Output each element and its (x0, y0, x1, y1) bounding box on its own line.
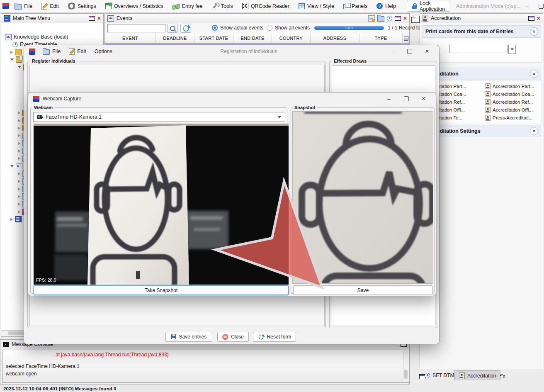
badge-icon (486, 91, 491, 97)
menu-settings[interactable]: Settings (68, 2, 96, 10)
collapsed-arrow-icon[interactable] (10, 218, 13, 221)
save-entries-button[interactable]: Save entries (165, 332, 212, 342)
history-icon[interactable] (387, 16, 392, 21)
events-search-input[interactable] (107, 24, 165, 32)
chevron-down-icon: « (531, 130, 537, 133)
accreditation-section-header[interactable]: Accreditation « (423, 68, 541, 80)
column-options-button[interactable] (403, 33, 410, 44)
tab-overflow-button[interactable]: »2 (500, 372, 505, 378)
radio-show-all[interactable]: Show all events (267, 25, 310, 31)
accreditation-type-right[interactable]: Accreditation Part... (493, 84, 534, 89)
tree-item[interactable]: Knowledge Base (local) (3, 33, 68, 41)
collapsed-arrow-icon[interactable] (18, 119, 20, 122)
accreditation-type-right[interactable]: Accreditation Offi... (493, 107, 533, 112)
collapsed-arrow-icon[interactable] (18, 127, 20, 130)
dialog-menu-options[interactable]: Options (95, 49, 112, 54)
menu-overviews-statistics[interactable]: Overviews / Statistics (105, 3, 163, 9)
webcam-maximize-button[interactable] (399, 93, 413, 104)
collapsed-arrow-icon[interactable] (18, 172, 20, 175)
accreditation-type-right[interactable]: Accreditation Ref... (493, 100, 533, 105)
accreditation-type-right[interactable]: Accreditation Coa... (493, 92, 534, 97)
collapse-accreditation-button[interactable]: « (530, 70, 538, 78)
collapsed-arrow-icon[interactable] (18, 142, 20, 145)
collapsed-arrow-icon[interactable] (18, 149, 20, 153)
webcam-dialog: Webcam Capture – × Webcam FaceTime HD-Ka… (28, 92, 436, 296)
collapsed-arrow-icon[interactable] (18, 202, 20, 206)
menu-qrcode-reader[interactable]: QRCode Reader (242, 3, 289, 9)
collapsed-arrow-icon[interactable] (18, 157, 20, 160)
column-header-deadline[interactable]: DEADLINE (156, 33, 194, 44)
column-header-start-date[interactable]: START DATE (194, 33, 233, 44)
window-maximize-button[interactable] (535, 1, 544, 11)
print-date-input[interactable] (449, 45, 508, 53)
events-close-icon[interactable]: × (403, 16, 407, 21)
column-header-type[interactable]: TYPE (359, 33, 403, 44)
camera-select[interactable]: FaceTime HD-Kamera 1 (33, 112, 285, 122)
expanded-arrow-icon[interactable] (10, 58, 14, 61)
webcam-close-button[interactable]: × (417, 93, 431, 104)
webcam-minimize-button[interactable]: – (382, 93, 396, 104)
radio-show-actual[interactable]: Show actual events (212, 25, 263, 31)
menu-help[interactable]: ?Help (376, 3, 396, 9)
print-cards-section-header[interactable]: Print cards from this date of Entries « (423, 25, 541, 38)
print-date-dropdown-button[interactable] (508, 45, 516, 54)
console-vscrollbar[interactable] (403, 351, 408, 381)
collapsed-arrow-icon[interactable] (18, 180, 20, 183)
expanded-arrow-icon[interactable] (10, 165, 14, 168)
registration-close-button[interactable]: × (420, 46, 434, 57)
column-header-end-date[interactable]: END DATE (233, 33, 272, 44)
search-button[interactable] (167, 24, 178, 33)
tab-set-dtm[interactable]: SET DTM (420, 370, 458, 380)
expanded-arrow-icon[interactable] (18, 66, 21, 68)
accreditation-type-right[interactable]: Press-Accreditati... (493, 115, 533, 120)
expand-settings-button[interactable]: « (530, 127, 538, 135)
collapsed-arrow-icon[interactable] (10, 51, 13, 54)
tab-accreditation[interactable]: Accreditation (454, 370, 500, 380)
window-minimize-button[interactable]: – (521, 1, 533, 11)
console-vscrollbar-thumb[interactable] (404, 370, 408, 379)
save-snapshot-button[interactable]: Save (293, 285, 433, 295)
tree-node-icon (5, 34, 12, 40)
console-info-line: selected FaceTime HD-Kamera 1 (6, 363, 80, 369)
console-output[interactable]: at java.base/java.lang.Thread.run(Thread… (2, 350, 409, 383)
column-header-address[interactable]: ADDRESS (311, 33, 359, 44)
column-header-event[interactable]: EVENT (105, 33, 156, 44)
collapse-section-button[interactable]: « (530, 27, 538, 36)
menu-view-style[interactable]: View / Style (299, 3, 334, 9)
accreditation-icon (423, 15, 428, 22)
menu-file[interactable]: File (15, 3, 32, 10)
edit-record-icon[interactable] (368, 15, 375, 22)
take-snapshot-button[interactable]: Take Snapshot (34, 285, 289, 295)
collapsed-arrow-icon[interactable] (18, 187, 20, 191)
collapsed-arrow-icon[interactable] (18, 111, 20, 114)
registration-minimize-button[interactable]: – (385, 46, 399, 57)
camera-select-value: FaceTime HD-Kamera 1 (46, 114, 102, 120)
menu-entry-fee[interactable]: Entry fee (172, 3, 203, 9)
tree-maximize-icon[interactable] (89, 16, 95, 21)
menu-tools[interactable]: Tools (212, 3, 233, 9)
open-folder-icon[interactable] (377, 16, 384, 22)
save-snapshot-label: Save (357, 287, 369, 293)
stacked-panels-icon[interactable] (413, 16, 420, 23)
collapsed-arrow-icon[interactable] (18, 134, 20, 137)
tree-close-icon[interactable]: × (97, 16, 101, 21)
refresh-button[interactable] (180, 24, 191, 33)
menu-panels[interactable]: Panels (343, 3, 367, 9)
reset-form-button[interactable]: Reset form (253, 332, 296, 342)
dialog-menu-file[interactable]: File (43, 48, 61, 55)
events-maximize-icon[interactable] (395, 16, 401, 21)
menu-label: Edit (50, 3, 59, 9)
dialog-menu-edit[interactable]: Edit (69, 48, 86, 55)
lock-application-button[interactable]: Lock Application (407, 1, 450, 12)
accreditation-maximize-icon[interactable] (528, 16, 534, 21)
close-button[interactable]: Close (217, 332, 249, 342)
reset-form-label: Reset form (267, 334, 291, 340)
collapsed-arrow-icon[interactable] (18, 210, 20, 214)
snapshot-group: Snapshot (291, 107, 435, 294)
registration-maximize-button[interactable] (403, 46, 417, 57)
accreditation-close-icon[interactable]: × (537, 16, 540, 21)
collapsed-arrow-icon[interactable] (18, 195, 20, 198)
column-header-country[interactable]: COUNTRY (272, 33, 311, 44)
menu-edit[interactable]: Edit (41, 3, 59, 10)
accreditation-settings-header[interactable]: Accreditation Settings « (423, 125, 541, 137)
